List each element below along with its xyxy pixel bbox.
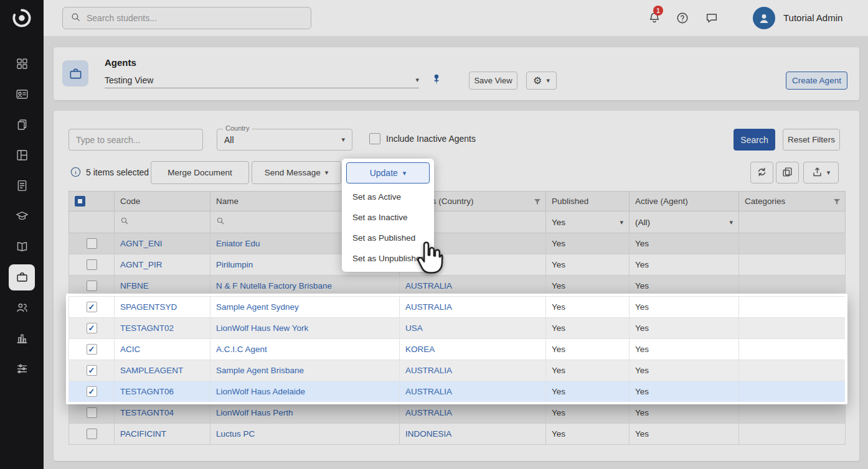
sidebar-item-catalog[interactable] [0,231,44,262]
menu-item-set-as-unpublished[interactable]: Set as Unpublished [342,248,434,269]
view-settings-button[interactable]: ⚙ ▾ [526,72,557,90]
refresh-button[interactable] [750,162,773,183]
sidebar-item-courses[interactable] [0,201,44,231]
table-row[interactable]: TESTAGNT02 LionWolf Haus New York USA Ye… [69,318,846,339]
agent-name-link[interactable]: LionWolf Haus New York [216,323,308,333]
sidebar-item-staff[interactable] [0,292,44,323]
agent-country-link[interactable]: AUSTRALIA [405,281,452,290]
agent-name-link[interactable]: A.C.I.C Agent [216,345,267,354]
agent-country-link[interactable]: USA [405,323,423,333]
app-logo-icon[interactable] [0,0,44,36]
table-row[interactable]: SAMPLEAGENT Sample Agent Brisbane AUSTRA… [69,360,846,381]
row-select-cell[interactable] [69,276,115,297]
help-icon[interactable] [676,11,689,25]
agent-name-link[interactable]: Pirilumpin [216,260,253,269]
sidebar-item-reports[interactable] [0,323,44,353]
send-message-button[interactable]: Send Message ▾ [252,161,341,184]
agent-name-link[interactable]: Eniator Edu [216,239,260,248]
agent-code-link[interactable]: AGNT_PIR [120,260,163,269]
row-select-cell[interactable] [69,339,115,360]
pin-view-icon[interactable] [430,73,444,87]
row-select-cell[interactable] [69,233,115,254]
agent-code-link[interactable]: SPAGENTSYD [120,302,177,312]
row-select-cell[interactable] [69,297,115,318]
row-checkbox[interactable] [87,238,97,249]
agent-country-link[interactable]: AUSTRALIA [405,366,452,375]
sidebar-item-students[interactable] [0,79,44,109]
column-header-published[interactable]: Published [546,192,630,211]
sidebar-item-dashboard[interactable] [0,49,44,79]
agent-code-link[interactable]: PACIFICINT [120,429,166,439]
row-select-cell[interactable] [69,402,115,424]
filter-funnel-icon[interactable] [534,198,541,207]
reset-filters-button[interactable]: Reset Filters [783,129,840,151]
column-header-categories[interactable]: Categories [739,192,846,211]
table-row[interactable]: AGNT_ENI Eniator Edu Yes Yes [69,233,846,254]
menu-item-set-as-published[interactable]: Set as Published [342,228,434,248]
agent-name-link[interactable]: Luctus PC [216,429,255,439]
row-select-cell[interactable] [69,318,115,339]
agent-name-link[interactable]: Sample Agent Brisbane [216,366,304,375]
agent-name-link[interactable]: Sample Agent Sydney [216,302,299,312]
avatar[interactable] [753,7,775,29]
select-all-header[interactable] [69,192,115,211]
column-header-active[interactable]: Active (Agent) [630,192,739,211]
filter-cell-code[interactable] [115,211,210,233]
table-row[interactable]: PACIFICINT Luctus PC INDONESIA Yes Yes [69,424,846,445]
global-search[interactable] [62,7,311,29]
agent-code-link[interactable]: TESTAGNT06 [120,387,174,396]
row-checkbox[interactable] [87,344,97,355]
row-checkbox[interactable] [87,429,97,439]
agent-country-link[interactable]: AUSTRALIA [405,408,452,417]
row-checkbox[interactable] [87,407,97,418]
sidebar-item-documents[interactable] [0,109,44,140]
row-checkbox[interactable] [87,365,97,376]
grid-search-input[interactable] [68,129,203,151]
sidebar-item-agents[interactable] [0,262,44,292]
agent-country-link[interactable]: KOREA [405,345,435,354]
sidebar-item-boards[interactable] [0,140,44,170]
filter-funnel-icon[interactable] [833,198,841,207]
sidebar-item-invoices[interactable] [0,170,44,201]
select-all-checkbox[interactable] [75,196,85,207]
agent-name-link[interactable]: LionWolf Haus Adelaide [216,387,305,396]
row-select-cell[interactable] [69,424,115,445]
merge-document-button[interactable]: Merge Document [151,161,249,184]
menu-item-set-as-inactive[interactable]: Set as Inactive [342,207,434,228]
search-input[interactable] [87,13,303,23]
country-select[interactable]: Country All ▾ [217,129,352,151]
agent-country-link[interactable]: AUSTRALIA [405,302,452,312]
save-view-button[interactable]: Save View [469,72,517,90]
agent-code-link[interactable]: TESTAGNT04 [120,408,174,417]
agent-name-link[interactable]: LionWolf Haus Perth [216,408,293,417]
create-agent-button[interactable]: Create Agent [786,72,847,90]
export-button[interactable]: ▾ [803,162,839,183]
table-row[interactable]: TESTAGNT04 LionWolf Haus Perth AUSTRALIA… [69,402,846,424]
row-checkbox[interactable] [87,259,97,270]
agent-country-link[interactable]: AUSTRALIA [405,387,452,396]
include-inactive-checkbox[interactable] [369,133,380,144]
table-row[interactable]: TESTAGNT06 LionWolf Haus Adelaide AUSTRA… [69,381,846,402]
agent-country-link[interactable]: INDONESIA [405,429,451,439]
row-checkbox[interactable] [87,302,97,312]
table-row[interactable]: NFBNE N & F Nutella Factory Brisbane AUS… [69,276,846,297]
row-checkbox[interactable] [87,281,97,291]
copy-button[interactable] [776,162,799,183]
agent-code-link[interactable]: AGNT_ENI [120,239,163,248]
update-button[interactable]: Update ▾ [346,162,430,183]
row-checkbox[interactable] [87,386,97,397]
agent-code-link[interactable]: TESTAGNT02 [120,323,174,333]
row-select-cell[interactable] [69,360,115,381]
sidebar-item-settings[interactable] [0,353,44,384]
row-checkbox[interactable] [87,323,97,333]
row-select-cell[interactable] [69,254,115,276]
filter-cell-active[interactable]: (All)▾ [630,211,739,233]
table-row[interactable]: SPAGENTSYD Sample Agent Sydney AUSTRALIA… [69,297,846,318]
filter-cell-published[interactable]: Yes▾ [546,211,630,233]
table-row[interactable]: AGNT_PIR Pirilumpin Yes Yes [69,254,846,276]
filter-cell-categories[interactable] [739,211,846,233]
agent-code-link[interactable]: ACIC [120,345,140,354]
row-select-cell[interactable] [69,381,115,402]
agent-code-link[interactable]: SAMPLEAGENT [120,366,183,375]
menu-item-set-as-active[interactable]: Set as Active [342,187,434,207]
